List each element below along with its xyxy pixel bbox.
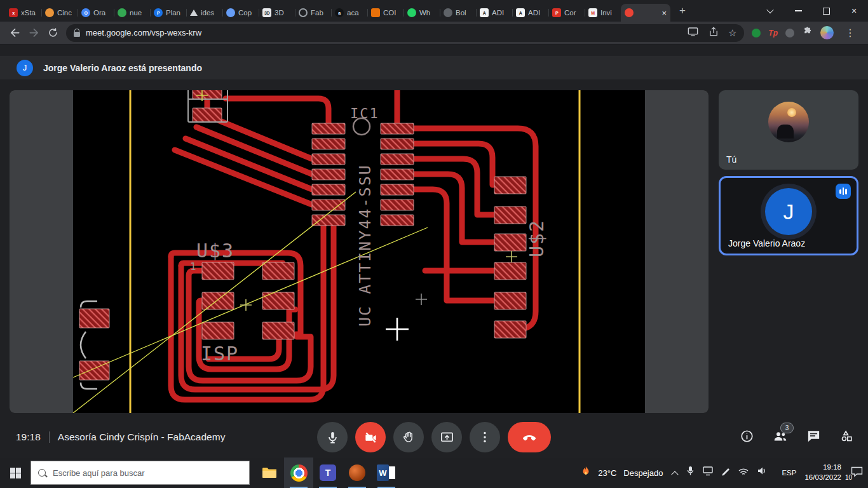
start-button[interactable]	[0, 458, 31, 488]
tab-favicon: P	[552, 8, 561, 17]
browser-tab[interactable]: 3D3D	[259, 4, 295, 22]
pcb-pad	[262, 322, 294, 339]
browser-tab[interactable]: aaca	[331, 4, 367, 22]
pcb-pad	[79, 309, 109, 328]
camera-off-button[interactable]	[355, 422, 386, 452]
weather-temp[interactable]: 23°C	[598, 468, 616, 478]
pcb-pad	[381, 139, 414, 149]
browser-tab[interactable]: xxSta	[5, 4, 41, 22]
tab-close-icon[interactable]: ×	[661, 9, 667, 17]
profile-avatar[interactable]	[820, 26, 834, 39]
teams-taskbar-icon[interactable]: T	[313, 458, 342, 488]
window-close-button[interactable]: ×	[840, 0, 868, 22]
weather-icon[interactable]	[581, 466, 591, 480]
mic-tray-icon	[689, 466, 692, 471]
browser-tab[interactable]: MInvi	[585, 4, 621, 22]
tab-favicon	[190, 10, 198, 16]
chat-icon[interactable]	[806, 429, 821, 446]
tab-sharing-icon[interactable]	[687, 25, 699, 40]
action-center-icon[interactable]: 10	[851, 466, 863, 480]
present-screen-button[interactable]	[431, 422, 462, 452]
meeting-details-icon[interactable]	[740, 429, 754, 446]
extensions-puzzle-icon[interactable]	[802, 26, 813, 39]
minimize-button[interactable]	[784, 0, 812, 22]
activities-icon[interactable]	[839, 429, 854, 446]
tray-expand-chevron[interactable]	[672, 471, 679, 478]
browser-tab[interactable]: PCor	[548, 4, 585, 22]
browser-tab[interactable]: COI	[367, 4, 403, 22]
tab-label: Ora	[93, 9, 105, 17]
browser-tab[interactable]: Wh	[403, 4, 440, 22]
maximize-button[interactable]	[812, 0, 840, 22]
taskbar-search[interactable]	[31, 461, 250, 485]
search-input[interactable]	[51, 468, 242, 478]
peer-name-label: Jorge Valerio Araoz	[728, 238, 805, 248]
lock-icon[interactable]	[74, 32, 80, 37]
reload-icon[interactable]	[43, 24, 62, 43]
pcb-label-pin1: 1	[190, 261, 198, 273]
tab-favicon: A	[480, 8, 489, 17]
browser-tab[interactable]: AADI	[512, 4, 548, 22]
browser-menu-icon[interactable]: ⋮	[841, 27, 859, 39]
orange-app-taskbar-icon[interactable]	[342, 458, 372, 488]
chrome-taskbar-icon[interactable]	[284, 458, 313, 488]
tab-label: xSta	[21, 9, 36, 17]
file-explorer-icon[interactable]	[255, 458, 284, 488]
tab-favicon: 3D	[262, 8, 271, 17]
browser-tab[interactable]: PPlan	[150, 4, 186, 22]
share-icon[interactable]	[708, 26, 719, 40]
tab-favicon	[299, 8, 308, 17]
browser-toolbar: meet.google.com/vsp-wexs-krw ☆ Tp ⋮	[0, 22, 868, 44]
extension-tp-icon[interactable]: Tp	[768, 29, 778, 37]
raise-hand-button[interactable]	[393, 422, 424, 452]
pcb-label-isp: ISP	[201, 342, 239, 365]
browser-tab[interactable]: OOra	[78, 4, 114, 22]
windows-taskbar: T W 23°C Despejado	[0, 458, 868, 488]
extension-gray-icon[interactable]	[785, 29, 794, 37]
new-tab-button[interactable]: +	[674, 3, 691, 19]
peer-video-tile[interactable]: J Jorge Valerio Araoz	[719, 176, 858, 255]
url-text: meet.google.com/vsp-wexs-krw	[86, 28, 201, 37]
extension-green-icon[interactable]	[752, 29, 761, 37]
forward-icon[interactable]	[24, 24, 43, 43]
pcb-pad	[312, 123, 345, 134]
language-indicator[interactable]: ESP	[780, 469, 797, 477]
browser-tab[interactable]: Cinc	[41, 4, 78, 22]
tray-icons[interactable]	[687, 466, 773, 480]
browser-tab-active[interactable]: ×	[621, 4, 670, 22]
pcb-label-chip: UC ATTINY44-SSU	[356, 164, 374, 327]
mic-button[interactable]	[317, 422, 348, 452]
pcb-pad	[262, 292, 294, 309]
tab-label: ADI	[528, 9, 540, 17]
screen: xxStaCincOOranuePPlanidesCop3D3DFabaacaC…	[0, 0, 868, 488]
address-bar[interactable]: meet.google.com/vsp-wexs-krw ☆	[66, 24, 744, 42]
tab-favicon: O	[81, 8, 90, 17]
pcb-pad	[312, 154, 345, 165]
pcb-pad	[494, 262, 526, 280]
pcb-pad	[494, 321, 526, 338]
back-icon[interactable]	[5, 24, 24, 43]
tab-label: ADI	[492, 9, 504, 17]
tab-search-chevron-icon[interactable]	[756, 0, 784, 22]
tab-label: COI	[383, 9, 396, 17]
pcb-pad	[494, 292, 526, 309]
browser-tab[interactable]: Cop	[222, 4, 259, 22]
self-video-tile[interactable]: Tú	[719, 90, 858, 170]
pcb-pad	[202, 322, 234, 339]
tab-favicon	[444, 8, 452, 17]
browser-tab[interactable]: Fab	[295, 4, 331, 22]
taskbar-clock[interactable]: 19:18 16/03/2022	[804, 463, 841, 482]
word-taskbar-icon[interactable]: W	[372, 458, 401, 488]
browser-tab[interactable]: Bol	[440, 4, 476, 22]
browser-tab[interactable]: ides	[186, 4, 222, 22]
pcb-pad	[381, 200, 414, 210]
bookmark-star-icon[interactable]: ☆	[728, 28, 736, 37]
weather-condition[interactable]: Despejado	[623, 468, 663, 478]
more-options-button[interactable]	[470, 422, 500, 452]
monitor-tray-icon	[703, 467, 712, 473]
browser-tab[interactable]: nue	[114, 4, 150, 22]
presenting-banner: J Jorge Valerio Araoz está presentando	[0, 56, 868, 79]
hang-up-button[interactable]	[508, 422, 551, 452]
browser-tab[interactable]: AADI	[476, 4, 512, 22]
participants-icon[interactable]: 3	[773, 428, 788, 446]
